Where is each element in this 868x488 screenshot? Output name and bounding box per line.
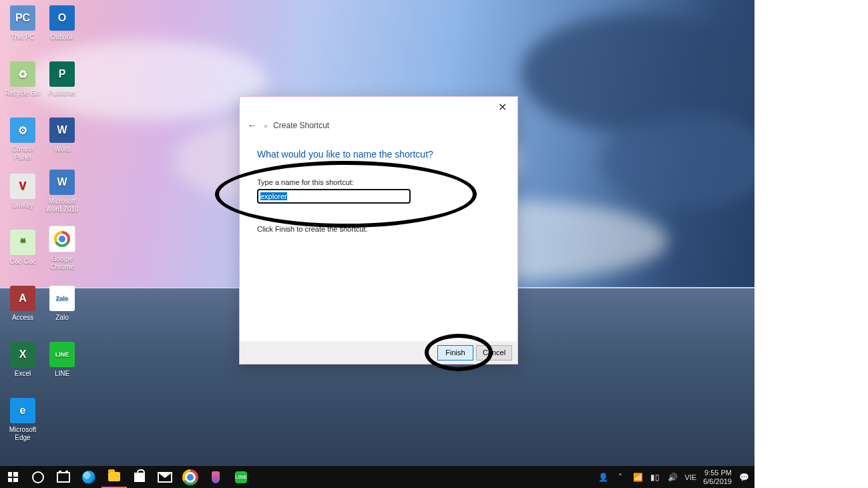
mail-icon [158,472,172,483]
people-icon[interactable]: 👤 [598,472,608,483]
tray-chevron-up-icon[interactable]: ˄ [615,472,626,483]
taskbar-app-maps[interactable] [203,466,228,488]
taskbar: LINE 👤 ˄ 📶 ▮▯ 🔊 VIE 9:55 PM 6/6/2019 💬 [0,466,754,488]
desktop-icon-access[interactable]: AAccess [3,286,42,322]
taskbar-app-file-explorer[interactable] [101,466,127,488]
chrome-icon [182,469,198,485]
create-shortcut-dialog: ✕ ← » Create Shortcut What would you lik… [239,96,518,364]
wifi-icon[interactable]: 📶 [632,472,643,483]
desktop-icon-label: Outlook [43,33,81,41]
desktop-icon-label: LINE [43,370,81,378]
desktop-icon-line[interactable]: LINELINE [43,342,81,378]
dialog-footer: Finish Cancel [240,341,517,364]
desktop-icon-label: UniKey [3,202,42,210]
volume-icon[interactable]: 🔊 [667,472,678,483]
desktop-icon-zalo[interactable]: ZaloZalo [43,286,81,322]
desktop-icon-unikey[interactable]: VUniKey [3,174,42,210]
dialog-title: Create Shortcut [273,121,329,130]
finish-label: Finish [445,348,465,356]
desktop-icon-chrome[interactable]: Google Chrome [43,226,81,271]
clock-date: 6/6/2019 [703,477,732,486]
unikey-icon: V [10,174,35,199]
dialog-back-button[interactable]: ← [246,119,258,132]
finish-button[interactable]: Finish [437,345,473,360]
desktop-icon-word-2010[interactable]: WMicrosoft Word 2010 [43,170,81,214]
coccoc-icon: ❝ [10,230,35,255]
word-icon: W [49,117,75,143]
close-icon: ✕ [498,101,507,113]
desktop-icon-outlook[interactable]: OOutlook [43,5,81,41]
shortcut-name-input[interactable] [257,189,411,204]
desktop[interactable]: PCThis PCOOutlook♻Recycle BinPPublisher⚙… [0,0,754,466]
publisher-icon: P [49,61,75,87]
line-icon: LINE [235,471,247,483]
desktop-icon-label: This PC [3,33,42,41]
maps-icon [212,471,220,483]
desktop-icon-label: Word [43,146,81,154]
cortana-icon [32,471,44,483]
desktop-icon-label: Control Panel [3,146,42,162]
cortana-button[interactable] [25,466,51,488]
windows-icon [8,472,18,482]
desktop-icon-label: Access [3,314,42,322]
desktop-icon-word[interactable]: WWord [43,117,81,154]
dialog-instruction: Click Finish to create the shortcut. [257,225,368,233]
edge-icon [82,471,95,484]
taskbar-app-chrome[interactable] [178,466,203,488]
desktop-icon-label: Microsoft Word 2010 [43,198,81,214]
dialog-close-button[interactable]: ✕ [487,97,517,117]
desktop-icon-label: Zalo [43,314,81,322]
back-arrow-icon: ← [248,120,257,131]
document-margin [754,0,868,488]
cancel-button[interactable]: Cancel [476,345,512,360]
battery-icon[interactable]: ▮▯ [650,472,660,483]
desktop-icon-recycle-bin[interactable]: ♻Recycle Bin [3,61,42,97]
outlook-icon: O [49,5,75,31]
taskbar-app-mail[interactable] [152,466,178,488]
shortcut-name-label: Type a name for this shortcut: [257,178,354,186]
desktop-icon-label: Google Chrome [43,255,81,271]
dialog-heading: What would you like to name the shortcut… [257,149,433,160]
edge-icon: e [10,398,35,423]
this-pc-icon: PC [10,5,35,31]
task-view-button[interactable] [51,466,76,488]
clock-time: 9:55 PM [703,469,732,477]
recycle-bin-icon: ♻ [10,61,35,87]
desktop-icon-label: Cốc Cốc [3,258,42,266]
taskbar-clock[interactable]: 9:55 PM 6/6/2019 [703,469,732,486]
taskbar-app-line[interactable]: LINE [228,466,254,488]
desktop-icon-label: Microsoft Edge [3,426,42,442]
desktop-icon-this-pc[interactable]: PCThis PC [3,5,42,41]
desktop-icon-publisher[interactable]: PPublisher [43,61,81,97]
desktop-icon-excel[interactable]: XExcel [3,342,42,378]
cancel-label: Cancel [483,348,505,356]
line-icon: LINE [49,342,75,367]
desktop-icon-label: Publisher [43,89,81,97]
action-center-icon[interactable]: 💬 [738,472,749,483]
taskbar-app-edge[interactable] [76,466,101,488]
desktop-icon-edge[interactable]: eMicrosoft Edge [3,398,42,442]
zalo-icon: Zalo [49,286,75,311]
desktop-icon-coccoc[interactable]: ❝Cốc Cốc [3,230,42,266]
taskbar-app-store[interactable] [127,466,152,488]
chrome-icon [49,226,75,252]
desktop-icon-label: Excel [3,370,42,378]
start-button[interactable] [0,466,25,488]
taskview-icon [57,472,70,483]
access-icon: A [10,286,35,311]
breadcrumb-chevron-icon: » [264,121,268,130]
control-panel-icon: ⚙ [10,117,35,143]
word-2010-icon: W [49,170,75,195]
excel-icon: X [10,342,35,367]
desktop-icon-control-panel[interactable]: ⚙Control Panel [3,117,42,162]
desktop-icon-label: Recycle Bin [3,89,42,97]
language-indicator[interactable]: VIE [684,473,696,481]
store-icon [134,473,145,482]
folder-icon [108,472,120,481]
